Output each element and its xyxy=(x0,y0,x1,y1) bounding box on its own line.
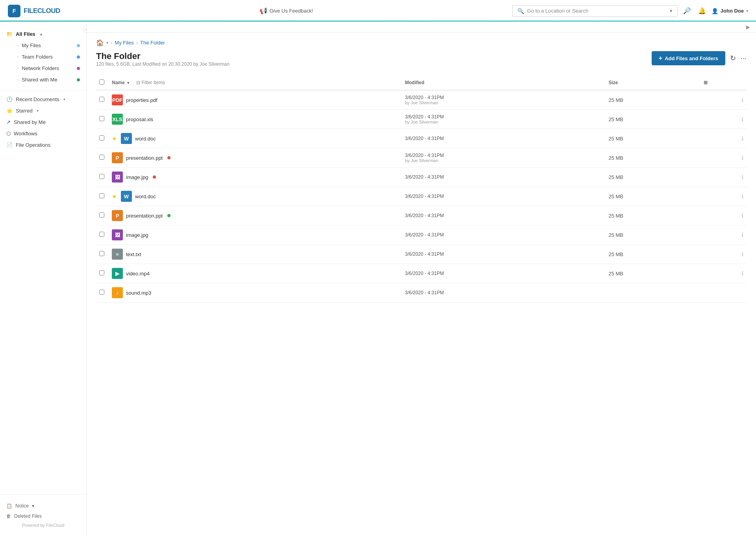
file-info-icon[interactable]: ℹ xyxy=(741,135,743,142)
refresh-button[interactable]: ↻ xyxy=(730,54,736,63)
row-checkbox-cell xyxy=(96,110,109,129)
file-ops-icon: 📄 xyxy=(6,142,13,148)
search-bar[interactable]: 🔍 Go to a Location or Search ▾ xyxy=(512,5,678,17)
starred-indicator: ★ xyxy=(112,193,117,199)
th-grid-view[interactable]: ⊞ xyxy=(700,76,747,90)
sidebar-item-my-files[interactable]: › My Files xyxy=(11,40,86,51)
table-row: 🖼 image.jpg 3/6/2020 - 4:31PM 25 MB ℹ xyxy=(96,225,747,245)
feedback-button[interactable]: 📢 Give Us Feedback! xyxy=(259,7,313,15)
filter-items-button[interactable]: ⊟ Filter Items xyxy=(136,80,165,85)
row-checkbox[interactable] xyxy=(99,290,104,295)
sidebar-item-workflows[interactable]: ⬡ Workflows xyxy=(0,128,86,139)
sidebar-item-file-operations[interactable]: 📄 File Operations xyxy=(0,139,86,151)
file-modified-cell: 3/6/2020 - 4:31PM xyxy=(402,225,605,245)
home-arrow-icon[interactable]: ▾ xyxy=(106,41,108,45)
more-options-button[interactable]: ··· xyxy=(741,54,747,63)
chevron-right-icon: › xyxy=(17,55,19,59)
row-checkbox[interactable] xyxy=(99,212,104,218)
file-modified-date: 3/6/2020 - 4:31PM xyxy=(405,136,602,141)
file-name[interactable]: proposal.xls xyxy=(126,116,153,122)
file-name[interactable]: text.txt xyxy=(126,251,141,257)
name-col-label[interactable]: Name xyxy=(112,80,125,85)
row-checkbox[interactable] xyxy=(99,174,104,179)
folder-title-area: The Folder 120 files, 5.6GB, Last Modifi… xyxy=(96,51,230,73)
sidebar-item-starred[interactable]: ⭐ Starred ▾ xyxy=(0,105,86,116)
file-info-cell: ℹ xyxy=(700,225,747,245)
search-zoom-icon[interactable]: 🔎 xyxy=(683,7,691,15)
row-checkbox[interactable] xyxy=(99,232,104,237)
file-info-icon[interactable]: ℹ xyxy=(741,174,743,180)
network-folders-label: Network Folders xyxy=(22,65,59,71)
table-row: 🖼 image.jpg 3/6/2020 - 4:31PM 25 MB ℹ xyxy=(96,168,747,187)
file-info-icon[interactable]: ℹ xyxy=(741,270,743,277)
file-name[interactable]: presentation.ppt xyxy=(126,155,163,161)
file-name[interactable]: presentation.ppt xyxy=(126,213,163,219)
breadcrumb-my-files[interactable]: My Files xyxy=(115,40,133,46)
file-name[interactable]: image.jpg xyxy=(126,174,148,180)
notice-icon: 📋 xyxy=(6,503,12,509)
file-size: 25 MB xyxy=(605,187,700,206)
sidebar-item-deleted-files[interactable]: 🗑 Deleted Files xyxy=(6,511,80,521)
row-checkbox[interactable] xyxy=(99,116,104,121)
row-checkbox[interactable] xyxy=(99,135,104,140)
starred-label: Starred xyxy=(16,108,33,114)
file-size: 25 MB xyxy=(605,264,700,283)
row-checkbox-cell xyxy=(96,90,109,110)
file-info-icon[interactable]: ℹ xyxy=(741,155,743,161)
select-all-checkbox[interactable] xyxy=(99,79,104,85)
sort-icon: ▾ xyxy=(127,81,129,85)
file-info-cell: ℹ xyxy=(700,245,747,264)
user-menu[interactable]: 👤 John Doe ▾ xyxy=(712,8,748,14)
add-files-button[interactable]: + Add Files and Folders xyxy=(652,51,725,65)
file-name[interactable]: video.mp4 xyxy=(126,271,150,277)
file-name[interactable]: sound.mp3 xyxy=(126,290,151,296)
th-checkbox xyxy=(96,76,109,90)
search-dropdown-icon[interactable]: ▾ xyxy=(670,8,673,14)
sidebar-item-shared-with-me[interactable]: › Shared with Me xyxy=(11,74,86,85)
sidebar-divider-1 xyxy=(0,90,86,90)
file-size: 25 MB xyxy=(605,245,700,264)
nav-right: 🔔 👤 John Doe ▾ xyxy=(698,7,748,15)
main-collapse-bar: ▶ xyxy=(87,22,756,33)
app-layout: ◀ 📁 All Files ▲ › My Files › Team Folder… xyxy=(0,22,756,537)
file-modified-cell: 3/6/2020 - 4:31PM xyxy=(402,245,605,264)
row-checkbox[interactable] xyxy=(99,155,104,160)
file-type-icon: W xyxy=(121,133,132,144)
row-checkbox[interactable] xyxy=(99,270,104,275)
file-name[interactable]: word.doc xyxy=(135,194,156,199)
row-checkbox-cell xyxy=(96,206,109,225)
sidebar-item-shared-by-me[interactable]: ↗ Shared by Me xyxy=(0,116,86,128)
row-checkbox-cell xyxy=(96,148,109,168)
sidebar-item-notice[interactable]: 📋 Notice ▾ xyxy=(6,501,80,511)
right-collapse-icon[interactable]: ▶ xyxy=(746,24,750,30)
row-checkbox[interactable] xyxy=(99,97,104,102)
file-info-icon[interactable]: ℹ xyxy=(741,116,743,122)
sidebar-item-recent-docs[interactable]: 🕐 Recent Documents ▾ xyxy=(0,94,86,105)
folder-icon: 📁 xyxy=(6,31,13,37)
home-icon[interactable]: 🏠 xyxy=(96,39,104,46)
team-folders-label: Team Folders xyxy=(22,54,53,60)
file-table-wrapper: Name ▾ ⊟ Filter Items Modified Size xyxy=(87,76,756,312)
sidebar-item-team-folders[interactable]: › Team Folders xyxy=(11,51,86,63)
sidebar-all-files[interactable]: 📁 All Files ▲ xyxy=(0,28,86,40)
folder-header: 🏠 ▾ › My Files › The Folder The Folder 1… xyxy=(87,33,756,73)
file-name[interactable]: image.jpg xyxy=(126,232,148,238)
logo[interactable]: F FILECLOUD xyxy=(8,5,60,17)
file-name[interactable]: word.doc xyxy=(135,136,156,142)
user-avatar-icon: 👤 xyxy=(712,8,718,14)
my-files-dot xyxy=(77,44,80,47)
file-info-icon[interactable]: ℹ xyxy=(741,97,743,103)
file-info-icon[interactable]: ℹ xyxy=(741,232,743,238)
chevron-right-icon: › xyxy=(17,78,19,82)
file-name[interactable]: properties.pdf xyxy=(126,97,158,103)
search-placeholder: Go to a Location or Search xyxy=(527,8,588,14)
row-checkbox[interactable] xyxy=(99,193,104,198)
file-info-icon[interactable]: ℹ xyxy=(741,193,743,199)
row-checkbox[interactable] xyxy=(99,251,104,256)
table-row: PDF properties.pdf 3/6/2020 - 4:31PM by … xyxy=(96,90,747,110)
file-info-icon[interactable]: ℹ xyxy=(741,212,743,219)
bell-icon[interactable]: 🔔 xyxy=(698,7,706,15)
file-info-icon[interactable]: ℹ xyxy=(741,251,743,257)
sidebar-item-network-folders[interactable]: › Network Folders xyxy=(11,63,86,74)
row-checkbox-cell xyxy=(96,129,109,148)
